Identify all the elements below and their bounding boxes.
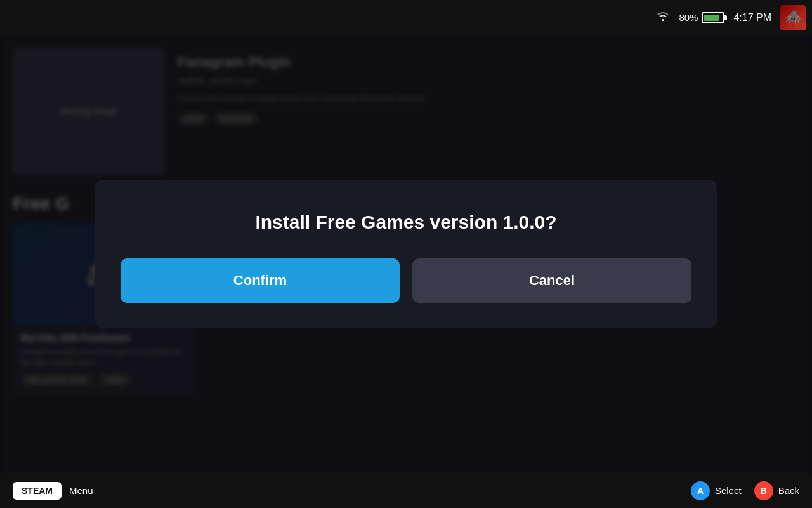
wifi-icon: [656, 10, 670, 25]
b-button-container: B Back: [754, 481, 799, 500]
b-button-icon: B: [754, 481, 773, 500]
battery-container: 80%: [679, 12, 724, 23]
menu-label: Menu: [69, 485, 93, 496]
steam-button[interactable]: STEAM: [13, 482, 62, 500]
status-bar: 80% 4:17 PM 🕷️: [0, 0, 812, 35]
a-button-container: A Select: [691, 481, 742, 500]
bottom-right: A Select B Back: [691, 481, 799, 500]
confirm-button[interactable]: Confirm: [121, 258, 400, 303]
avatar: 🕷️: [780, 5, 806, 30]
bottom-left: STEAM Menu: [13, 482, 93, 500]
confirm-dialog: Install Free Games version 1.0.0? Confir…: [95, 180, 717, 328]
battery-percent: 80%: [679, 12, 698, 23]
time-display: 4:17 PM: [733, 12, 771, 23]
battery-icon: [702, 12, 724, 23]
select-label: Select: [715, 485, 742, 496]
dialog-title: Install Free Games version 1.0.0?: [121, 211, 691, 233]
dialog-buttons: Confirm Cancel: [121, 258, 691, 303]
cancel-button[interactable]: Cancel: [412, 258, 691, 303]
battery-fill: [704, 15, 718, 21]
bottom-bar: STEAM Menu A Select B Back: [0, 473, 812, 508]
back-label: Back: [778, 485, 799, 496]
a-button-icon: A: [691, 481, 710, 500]
